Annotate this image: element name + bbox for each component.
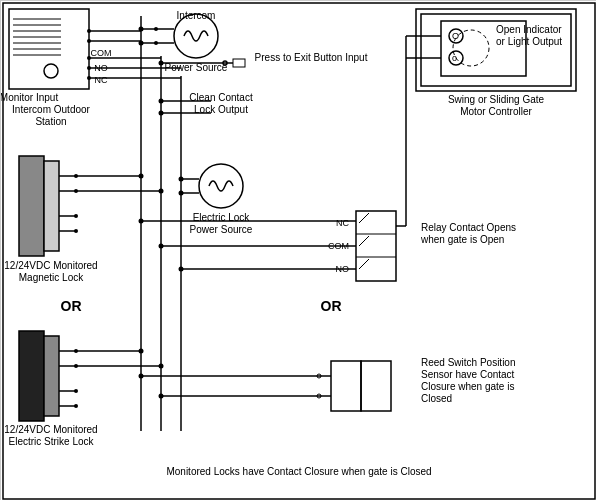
svg-point-89 [74,404,78,408]
svg-point-103 [139,349,144,354]
svg-point-87 [74,389,78,393]
intercom-power-label1: Intercom [177,10,216,21]
svg-point-38 [139,27,144,32]
svg-rect-81 [44,336,59,416]
svg-point-47 [179,177,184,182]
monitor-input-label: Monitor Input [1,92,58,103]
reed-switch-label2: Sensor have Contact [421,369,515,380]
swing-gate-label2: Motor Controller [460,106,532,117]
monitored-locks-label: Monitored Locks have Contact Closure whe… [166,466,431,477]
svg-point-105 [159,364,164,369]
svg-point-42 [159,99,164,104]
reed-switch-label3: Closure when gate is [421,381,514,392]
com-label-1: COM [91,48,112,58]
svg-point-44 [159,111,164,116]
svg-point-91 [139,219,144,224]
electric-strike-label2: Electric Strike Lock [8,436,94,447]
svg-point-12 [87,29,91,33]
or-label-top: OR [321,298,342,314]
svg-point-107 [139,374,144,379]
svg-point-49 [179,191,184,196]
relay-contact-label1: Relay Contact Opens [421,222,516,233]
svg-point-77 [74,214,78,218]
svg-point-111 [159,61,164,66]
reed-switch-label1: Reed Switch Position [421,357,516,368]
reed-switch-label4: Closed [421,393,452,404]
svg-point-14 [87,39,91,43]
svg-point-99 [139,174,144,179]
open-indicator-label2: or Light Output [496,36,562,47]
svg-point-16 [87,56,91,60]
svg-point-95 [179,267,184,272]
svg-point-40 [139,41,144,46]
swing-gate-label1: Swing or Sliding Gate [448,94,545,105]
svg-point-20 [87,76,91,80]
svg-point-79 [74,229,78,233]
svg-point-93 [159,244,164,249]
electric-lock-power-label2: Power Source [190,224,253,235]
relay-contact-label2: when gate is Open [420,234,504,245]
svg-rect-80 [19,331,44,421]
wiring-diagram: Monitor Input COM NO NC Intercom Outdoor… [0,0,596,500]
intercom-outdoor-label2: Station [35,116,66,127]
magnetic-lock-label2: Magnetic Lock [19,272,84,283]
magnetic-lock-label1: 12/24VDC Monitored [4,260,97,271]
electric-strike-label1: 12/24VDC Monitored [4,424,97,435]
svg-point-18 [87,66,91,70]
svg-point-109 [159,394,164,399]
svg-point-101 [159,189,164,194]
nc-label-1: NC [95,75,108,85]
svg-rect-70 [19,156,44,256]
intercom-outdoor-label: Intercom Outdoor [12,104,90,115]
press-to-exit-label: Press to Exit Button Input [255,52,368,63]
svg-rect-71 [44,161,59,251]
nc-relay-label: NC [336,218,349,228]
open-indicator-label1: Open Indicator [496,24,562,35]
or-label-bottom: OR [61,298,82,314]
